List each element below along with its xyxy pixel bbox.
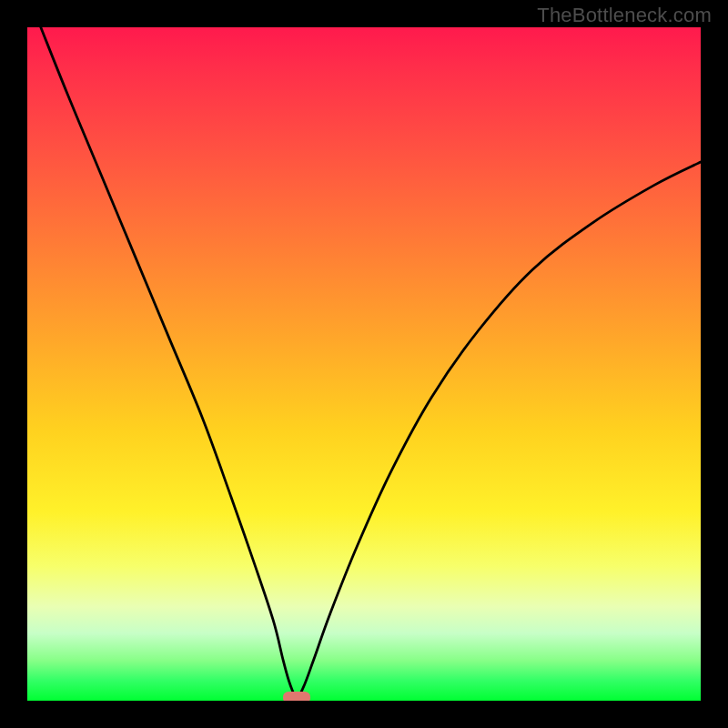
curve-overlay [27,27,701,701]
watermark-text: TheBottleneck.com [537,4,712,27]
bottleneck-curve [41,27,701,697]
optimal-marker [283,692,310,701]
chart-frame: TheBottleneck.com [0,0,728,728]
plot-area [27,27,701,701]
